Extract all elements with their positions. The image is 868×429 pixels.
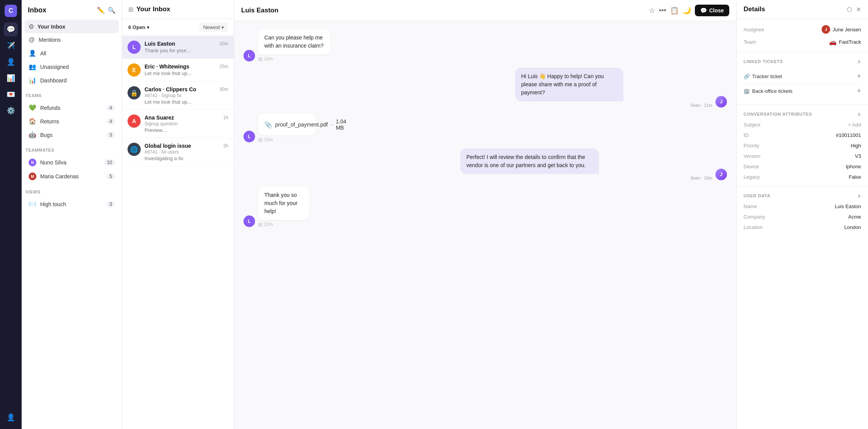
sidebar-item-mentions[interactable]: @ Mentions bbox=[25, 33, 119, 46]
conv-item-carlos[interactable]: 🔒 Carlos · Clippers Co 30m #8742 · Signu… bbox=[122, 82, 234, 110]
close-button[interactable]: 💬 Close bbox=[695, 5, 729, 16]
conv-item-body-carlos: Carlos · Clippers Co 30m #8742 · Signup … bbox=[145, 86, 228, 105]
team-emoji: 🚗 bbox=[829, 38, 837, 46]
version-label: Version bbox=[744, 153, 760, 159]
sidebar-item-label-bugs: Bugs bbox=[40, 132, 53, 138]
sidebar-item-maria-cardenas[interactable]: M Maria Cardenas 5 bbox=[25, 169, 119, 183]
sidebar-item-bugs[interactable]: 🤖 Bugs 3 bbox=[25, 128, 119, 142]
conv-time-global: 2h bbox=[223, 143, 228, 149]
conv-item-body-ana: Ana Suarez 1h Signup question Preview...… bbox=[145, 115, 228, 133]
moon-icon[interactable]: 🌙 bbox=[682, 6, 691, 15]
bugs-badge: 3 bbox=[107, 132, 115, 138]
sidebar-item-label-your-inbox: Your Inbox bbox=[37, 24, 65, 30]
conv-preview-ana: Preview.... bbox=[145, 127, 228, 133]
sidebar-item-refunds[interactable]: 💚 Refunds 4 bbox=[25, 101, 119, 115]
conv-time-carlos: 30m bbox=[220, 87, 228, 92]
msg-text-1: Can you please help me with an insurance… bbox=[264, 34, 323, 49]
conv-attrs-label: CONVERSATION ATTRIBUTES bbox=[744, 112, 812, 116]
bugs-icon: 🤖 bbox=[29, 131, 36, 138]
linked-tickets-label: LINKED TICKETS bbox=[744, 59, 783, 64]
user-data-chevron-icon[interactable]: ∧ bbox=[857, 193, 861, 199]
app-logo[interactable]: C bbox=[5, 5, 17, 17]
conversation-list-panel: ⊞ Your Inbox 6 Open ▾ Newest ▾ L Luis Ea… bbox=[122, 0, 234, 429]
attr-row-device: Device Iphone bbox=[744, 164, 861, 169]
msg-text-4: Perfect! I will review the details to co… bbox=[466, 154, 586, 168]
sort-chevron-icon: ▾ bbox=[221, 25, 224, 30]
version-value: V3 bbox=[855, 153, 861, 159]
snooze-icon[interactable]: 📋 bbox=[670, 6, 679, 15]
sidebar-item-label-refunds: Refunds bbox=[40, 105, 60, 111]
conv-avatar-luis: L bbox=[128, 41, 141, 54]
compose-icon[interactable]: ✏️ bbox=[97, 7, 105, 14]
sidebar-item-all[interactable]: 👤 All bbox=[25, 46, 119, 60]
location-value: London bbox=[844, 224, 861, 230]
conv-preview-eric: Let me look that up... bbox=[145, 70, 228, 76]
back-office-icon: 🏢 bbox=[744, 88, 750, 94]
add-back-office-icon[interactable]: + bbox=[857, 87, 861, 95]
conv-preview-global: Investigating a fix bbox=[145, 156, 228, 161]
conv-attrs-chevron-icon[interactable]: ∧ bbox=[857, 111, 861, 117]
nav-icon-send[interactable]: ✈️ bbox=[4, 39, 18, 53]
msg-text-5: Thank you so much for your help! bbox=[264, 192, 298, 214]
conv-meta-ana: Signup question bbox=[145, 121, 228, 126]
nav-icon-reports[interactable]: 📊 bbox=[4, 71, 18, 85]
sidebar-views: ✉️ High touch 3 bbox=[22, 196, 122, 212]
sidebar-item-your-inbox[interactable]: ⊙ Your Inbox bbox=[25, 20, 119, 33]
conv-list-header: ⊞ Your Inbox bbox=[122, 0, 234, 19]
star-icon[interactable]: ☆ bbox=[649, 6, 655, 15]
teams-label: TEAMS bbox=[22, 89, 122, 99]
chat-messages: L Can you please help me with an insuran… bbox=[234, 21, 736, 429]
filter-chevron-icon: ▾ bbox=[147, 25, 149, 30]
details-title: Details bbox=[744, 5, 765, 13]
conv-item-body-eric: Eric · Whitewings 25m Let me look that u… bbox=[145, 63, 228, 76]
linked-ticket-back-office: 🏢 Back-office tickets + bbox=[744, 84, 861, 98]
attr-row-version: Version V3 bbox=[744, 153, 861, 159]
msg-content-3: 📎 proof_of_payment.pdf - 1.04 MB ▤ 15m bbox=[258, 114, 362, 142]
conv-preview-carlos: Let me look that up... bbox=[145, 99, 228, 105]
all-icon: 👤 bbox=[29, 50, 36, 57]
msg-text-2: Hi Luis 👋 Happy to help! Can you please … bbox=[521, 73, 604, 96]
paperclip-icon: 📎 bbox=[264, 121, 272, 128]
nav-icon-user-avatar[interactable]: 👤 bbox=[4, 410, 18, 424]
sidebar-item-high-touch[interactable]: ✉️ High touch 3 bbox=[25, 197, 119, 211]
details-header: Details ⬡ ✕ bbox=[737, 0, 868, 19]
more-icon[interactable]: ••• bbox=[659, 7, 666, 15]
user-row-location: Location London bbox=[744, 224, 861, 230]
conv-item-ana[interactable]: A Ana Suarez 1h Signup question Preview.… bbox=[122, 110, 234, 138]
add-tracker-icon[interactable]: + bbox=[857, 72, 861, 80]
sidebar-item-unassigned[interactable]: 👥 Unassigned bbox=[25, 60, 119, 73]
nuno-badge: 10 bbox=[104, 159, 115, 166]
nav-icon-contacts[interactable]: 👤 bbox=[4, 55, 18, 69]
msg-content-4: Perfect! I will review the details to co… bbox=[460, 149, 712, 180]
sidebar-item-dashboard[interactable]: 📊 Dashboard bbox=[25, 73, 119, 87]
collapse-icon[interactable]: ⊞ bbox=[128, 6, 133, 13]
subject-add[interactable]: + Add bbox=[848, 122, 861, 128]
conv-item-eric[interactable]: E Eric · Whitewings 25m Let me look that… bbox=[122, 59, 234, 82]
msg-bubble-5: Thank you so much for your help! bbox=[258, 186, 309, 220]
details-close-icon[interactable]: ✕ bbox=[856, 6, 861, 13]
agent-avatar-2: J bbox=[715, 96, 727, 108]
expand-icon[interactable]: ⬡ bbox=[847, 6, 852, 13]
msg-content-2: Hi Luis 👋 Happy to help! Can you please … bbox=[515, 68, 712, 108]
conv-avatar-ana: A bbox=[128, 115, 141, 128]
nav-icon-settings[interactable]: ⚙️ bbox=[4, 104, 18, 118]
sidebar-item-returns[interactable]: 🏠 Returns 4 bbox=[25, 115, 119, 128]
search-icon[interactable]: 🔍 bbox=[108, 7, 116, 14]
mentions-icon: @ bbox=[29, 36, 35, 43]
sort-button[interactable]: Newest ▾ bbox=[199, 23, 228, 32]
sort-label: Newest bbox=[203, 24, 220, 30]
attr-row-legacy: Legacy False bbox=[744, 174, 861, 180]
msg-time-5: ▤ 20m bbox=[258, 222, 351, 227]
nav-icon-messages[interactable]: 💌 bbox=[4, 87, 18, 101]
conv-preview-luis: Thank you for your... bbox=[145, 48, 228, 53]
linked-tickets-chevron-icon[interactable]: ∧ bbox=[857, 58, 861, 65]
location-label: Location bbox=[744, 224, 762, 230]
filter-button[interactable]: 6 Open ▾ bbox=[128, 24, 149, 30]
conv-item-global-login[interactable]: 🌐 Global login issue 2h #8741 · All user… bbox=[122, 138, 234, 166]
views-label: VIEWS bbox=[22, 185, 122, 196]
details-row-team: Team 🚗 FastTrack bbox=[744, 38, 861, 46]
conv-item-luis-easton[interactable]: L Luis Easton 20m Thank you for your... bbox=[122, 36, 234, 59]
nav-icon-inbox[interactable]: 💬 bbox=[4, 22, 18, 36]
teammates-label: TEAMMATES bbox=[22, 143, 122, 154]
sidebar-item-nuno-silva[interactable]: N Nuno Silva 10 bbox=[25, 156, 119, 169]
